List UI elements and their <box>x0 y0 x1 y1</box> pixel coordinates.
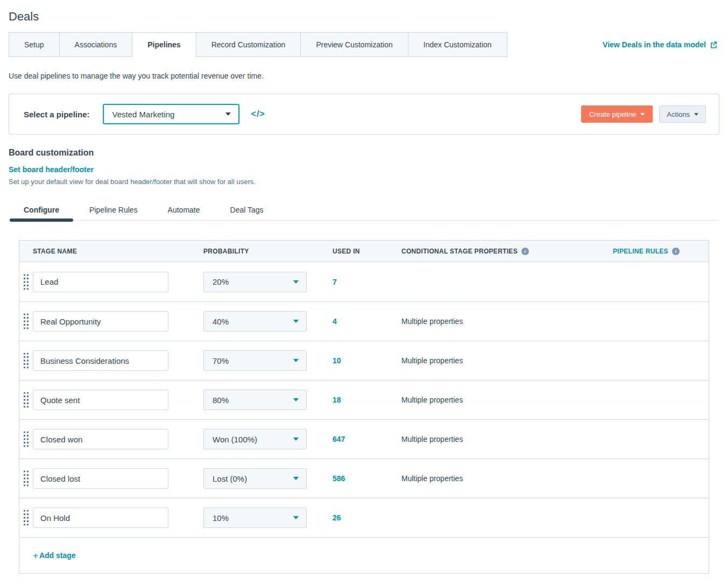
conditional-properties-text: Multiple properties <box>401 356 463 365</box>
view-data-model-link[interactable]: View Deals in the data model <box>603 40 717 49</box>
used-in-count-link[interactable]: 10 <box>333 356 341 365</box>
probability-dropdown[interactable]: 40% <box>203 311 307 332</box>
info-icon[interactable]: i <box>521 248 529 255</box>
stage-table-row: 70% 10 Multiple properties <box>19 341 709 380</box>
drag-handle-icon[interactable] <box>24 274 29 290</box>
pipeline-select-label: Select a pipeline: <box>24 110 90 119</box>
probability-value: 10% <box>213 513 229 523</box>
probability-value: Lost (0%) <box>213 474 247 483</box>
chevron-down-icon <box>225 112 231 116</box>
used-in-cell: 647 <box>333 434 401 444</box>
column-header-stage-name: STAGE NAME <box>33 248 203 255</box>
probability-value: 20% <box>213 277 229 286</box>
main-tab[interactable]: Record Customization <box>196 32 301 57</box>
probability-header-label: PROBABILITY <box>203 248 249 255</box>
probability-dropdown[interactable]: 80% <box>203 390 307 410</box>
main-tab[interactable]: Pipelines <box>132 32 196 57</box>
used-in-cell: 7 <box>333 277 401 287</box>
stage-table: STAGE NAME PROBABILITY USED IN CONDITION… <box>19 240 709 574</box>
chevron-down-icon <box>293 359 299 362</box>
stage-name-input[interactable] <box>33 390 168 410</box>
drag-handle-icon[interactable] <box>24 432 29 447</box>
probability-dropdown[interactable]: 10% <box>203 508 307 528</box>
used-in-count-link[interactable]: 586 <box>333 474 345 483</box>
probability-cell: 10% <box>203 508 333 528</box>
probability-dropdown[interactable]: 20% <box>203 272 307 292</box>
probability-cell: Won (100%) <box>203 429 333 449</box>
stage-name-cell <box>33 350 203 371</box>
main-tab[interactable]: Setup <box>9 32 60 57</box>
probability-dropdown[interactable]: Won (100%) <box>203 429 307 449</box>
stage-name-cell <box>33 429 203 449</box>
page-title: Deals <box>9 9 719 25</box>
set-board-header-footer-link[interactable]: Set board header/footer <box>9 165 94 174</box>
pipeline-selected-value: Vested Marketing <box>112 110 175 119</box>
conditional-properties-text: Multiple properties <box>401 317 463 326</box>
conditional-cell: Multiple properties <box>401 434 594 444</box>
pipeline-rules-header-label: PIPELINE RULES <box>613 248 668 255</box>
stage-name-cell <box>33 311 203 332</box>
stage-name-cell <box>33 390 203 410</box>
info-icon[interactable]: i <box>672 248 680 255</box>
code-icon[interactable]: </> <box>251 109 265 119</box>
probability-value: 80% <box>213 396 229 405</box>
sub-tab[interactable]: Automate <box>153 200 215 220</box>
create-pipeline-button[interactable]: Create pipeline <box>581 105 653 123</box>
probability-dropdown[interactable]: 70% <box>203 350 307 371</box>
page-description: Use deal pipelines to manage the way you… <box>9 72 719 80</box>
stage-table-row: 10% 26 <box>19 498 709 537</box>
drag-handle-icon[interactable] <box>24 353 29 369</box>
stage-name-input[interactable] <box>33 272 168 292</box>
create-pipeline-label: Create pipeline <box>589 110 636 118</box>
used-in-count-link[interactable]: 26 <box>333 513 341 522</box>
chevron-down-icon <box>293 280 299 284</box>
stage-name-input[interactable] <box>33 468 168 489</box>
plus-icon: + <box>33 551 38 560</box>
actions-button[interactable]: Actions <box>659 105 706 123</box>
sub-tab[interactable]: Configure <box>9 200 74 220</box>
main-tab[interactable]: Associations <box>59 32 133 57</box>
chevron-down-icon <box>293 438 299 441</box>
chevron-down-icon <box>640 113 645 116</box>
chevron-down-icon <box>293 516 299 519</box>
stage-name-input[interactable] <box>33 508 168 528</box>
probability-value: 70% <box>213 356 229 365</box>
used-in-count-link[interactable]: 18 <box>333 396 341 404</box>
main-tab[interactable]: Preview Customization <box>300 32 408 57</box>
conditional-header-label: CONDITIONAL STAGE PROPERTIES <box>401 248 518 255</box>
probability-value: 40% <box>213 317 229 326</box>
conditional-cell: Multiple properties <box>401 395 594 405</box>
external-link-icon <box>710 41 717 48</box>
drag-handle-icon[interactable] <box>24 471 29 487</box>
stage-name-cell <box>33 272 203 292</box>
used-in-cell: 18 <box>333 395 401 405</box>
probability-cell: 70% <box>203 350 333 371</box>
conditional-cell: Multiple properties <box>401 316 594 326</box>
stage-name-input[interactable] <box>33 350 168 371</box>
stage-table-row: 40% 4 Multiple properties <box>19 301 709 341</box>
conditional-properties-text: Multiple properties <box>401 435 463 443</box>
add-stage-label: Add stage <box>39 551 76 560</box>
used-in-cell: 10 <box>333 356 401 365</box>
probability-cell: 40% <box>203 311 333 332</box>
used-in-count-link[interactable]: 7 <box>333 278 337 286</box>
sub-tab[interactable]: Deal Tags <box>215 200 279 220</box>
used-in-count-link[interactable]: 647 <box>333 435 345 443</box>
stage-name-input[interactable] <box>33 429 168 449</box>
add-stage-button[interactable]: + Add stage <box>33 551 76 560</box>
drag-handle-icon[interactable] <box>24 314 29 329</box>
board-customization-description: Set up your default view for deal board … <box>9 178 719 186</box>
stage-name-input[interactable] <box>33 311 168 332</box>
pipeline-select-dropdown[interactable]: Vested Marketing <box>103 104 239 124</box>
main-tab[interactable]: Index Customization <box>408 32 507 57</box>
conditional-properties-text: Multiple properties <box>401 474 463 483</box>
drag-handle-icon[interactable] <box>24 510 29 526</box>
used-in-count-link[interactable]: 4 <box>333 317 337 326</box>
probability-cell: Lost (0%) <box>203 468 333 489</box>
probability-dropdown[interactable]: Lost (0%) <box>203 468 307 489</box>
sub-tabs: ConfigurePipeline RulesAutomateDeal Tags <box>9 200 719 221</box>
drag-handle-icon[interactable] <box>24 392 29 408</box>
sub-tab[interactable]: Pipeline Rules <box>74 200 153 220</box>
stage-name-cell <box>33 468 203 489</box>
used-in-cell: 26 <box>333 513 401 523</box>
